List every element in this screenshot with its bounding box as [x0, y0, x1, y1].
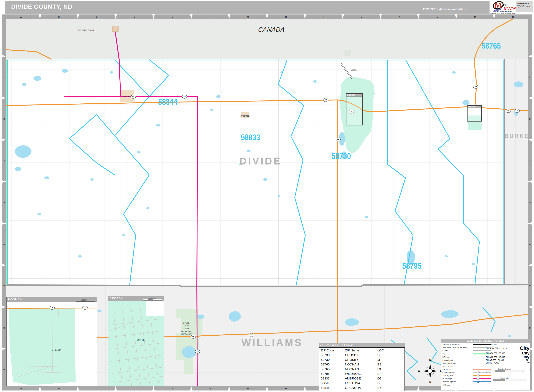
- legend-item: State Highways 123: [441, 374, 530, 377]
- highway-shield: 42: [336, 138, 341, 141]
- port-of-entry: [112, 26, 118, 31]
- highway-shield: 5: [515, 109, 520, 113]
- grid-row-label: 6: [2, 224, 6, 265]
- zip-index-row: 58765 NOONAN B8: [319, 362, 404, 367]
- zip-code-label: 58765: [482, 41, 501, 51]
- zip-code-label: 58844: [158, 97, 177, 107]
- grid-ruler-right: 123456789: [528, 14, 532, 391]
- highway-shield: 50: [249, 333, 254, 337]
- logo-email-label: EMAIL US AT:: [517, 5, 533, 6]
- zip-code-index: ZIP Code Index/Grid Locator ZIP Code ZIP…: [319, 343, 405, 391]
- divide-county-label: DIVIDE: [239, 155, 282, 167]
- grid-column-label: H: [267, 14, 305, 19]
- compass-n: N: [429, 359, 431, 361]
- crosby-airport-label: CROSBYMUNICIPALAIRPORT: [351, 69, 358, 73]
- city-size-row: Cities 50,000 - 99,999 City: [486, 351, 529, 355]
- grid-row-label: 3: [2, 98, 6, 140]
- zip-index-row: 58833 AMBROSE G3: [319, 376, 404, 381]
- noonan-inset-scalebar: Scale in Miles: [76, 298, 95, 302]
- grid-row-label: 9: [2, 349, 6, 391]
- grid-row-label: 1: [528, 14, 532, 56]
- cities-header: Cities and Towns: [486, 344, 529, 345]
- highway-shield: 40: [473, 85, 478, 89]
- noonan-inset-link-box: NOONAN: [467, 105, 482, 121]
- town-dot-icon: [52, 350, 53, 351]
- crosby-inset-title: CROSBY: [110, 297, 123, 300]
- zip-index-row: 58730 CROSBY I3: [319, 357, 404, 362]
- burke-county-label: BURKE: [504, 133, 529, 139]
- grid-column-label: E: [153, 386, 191, 391]
- grid-column-label: F: [191, 14, 229, 19]
- logo-contact-box: CALL US TOLL FREE! 1-888-434-MAPS (6277)…: [516, 1, 533, 12]
- burke-area: [505, 59, 528, 285]
- compass-w: W: [418, 370, 420, 372]
- zip-index-column-row: ZIP Code ZIP Name LOC: [319, 348, 404, 353]
- city-size-row: Cities 25,000 - 49,999 City: [486, 355, 529, 359]
- zip-code-label: 58795: [402, 261, 422, 271]
- city-dot-icon: [523, 357, 524, 357]
- crosby-inset-link-title: CROSBY: [346, 94, 362, 97]
- page-title: DIVIDE COUNTY, ND: [11, 3, 72, 10]
- lake-zahl-refuge-label: LAKEZAHL NATLWILDLIFE REFUGE: [181, 321, 192, 336]
- compass-e: E: [440, 370, 442, 372]
- legend-copyright: © Intelligent Direct, Inc.: [517, 388, 529, 390]
- canada-town-area: [344, 50, 351, 56]
- grid-column-label: G: [229, 14, 267, 19]
- zip-code-label: 58833: [241, 132, 260, 142]
- grid-column-label: B: [40, 386, 78, 391]
- crosby-inset-map: CROSBY Scale in Miles Crosby: [108, 296, 164, 386]
- city-sample: City: [519, 345, 529, 351]
- grid-row-label: 2: [528, 56, 532, 98]
- legend-item: Minor Streets: [441, 365, 530, 368]
- crosby-town-label: Crosby: [137, 339, 145, 341]
- zip-index-row: 58765 NOONAN L3: [319, 367, 404, 371]
- highway-shield: 5: [50, 306, 55, 310]
- grid-column-label: G: [229, 386, 267, 391]
- grid-column-label: H: [267, 386, 305, 391]
- city-sample: City: [523, 355, 529, 359]
- logo-email: mapsales@MarketMAPS.com: [517, 6, 533, 8]
- legend-cities: Cities and Towns Cities 100,000 and Abov…: [486, 344, 529, 364]
- zip-index-row: 58730 CROSBY D8: [319, 353, 404, 357]
- crosby-inset-canvas: [108, 301, 164, 386]
- grid-row-label: 7: [528, 265, 532, 307]
- highway-shield: 40: [83, 306, 88, 310]
- noonan-inset-title: NOONAN: [8, 298, 22, 301]
- noonan-inset-map: NOONAN Scale in Miles 5 40 Noonan: [6, 297, 97, 386]
- city-sample: City: [526, 362, 529, 364]
- col-zip-code: ZIP Code: [319, 349, 345, 352]
- grid-row-label: 4: [2, 140, 6, 182]
- crosby-inset-scalebar: Scale in Miles: [143, 297, 162, 300]
- canada-label: CANADA: [258, 26, 285, 33]
- logo-tagline: On Target. On Time.: [497, 10, 512, 12]
- logo-subline: America's Leading Source of Business Map…: [490, 13, 515, 14]
- grid-column-label: B: [40, 14, 78, 19]
- grid-row-label: 5: [2, 182, 6, 223]
- grid-column-label: J: [343, 14, 381, 19]
- scale-miles: Scale in Miles 024: [482, 377, 527, 382]
- compass-s: S: [429, 381, 431, 383]
- legend-title: 2021 Divide County, ND Map: [441, 339, 530, 343]
- grid-row-label: 5: [528, 182, 532, 223]
- williams-county-label: WILLIAMS: [241, 337, 303, 348]
- city-dot-icon: [525, 360, 525, 360]
- city-size-rows: Cities 100,000 and Above City Cities 50,…: [486, 345, 529, 364]
- grid-column-label: K: [381, 14, 418, 19]
- highway-shield: 85: [131, 95, 136, 99]
- highway-shield: 85: [182, 95, 187, 99]
- grid-column-label: A: [2, 14, 40, 19]
- zip-index-row: 58795 WILDROSE L7: [319, 371, 404, 376]
- logo-call-label: CALL US TOLL FREE!: [517, 1, 533, 3]
- noonan-town-label: Noonan: [52, 349, 61, 351]
- city-dot-icon: [521, 353, 522, 353]
- edition-subtitle: 2021 ZIP Code Premium Edition: [392, 8, 466, 11]
- zip-index-body: ZIP Code ZIP Name LOC 58730 CROSBY D8 58…: [319, 347, 405, 391]
- city-size-row: Cities 5,000 - 24,999 City: [486, 359, 529, 361]
- canada-area: [6, 19, 528, 59]
- marketmaps-logo: M arket MAPS On Target. On Time. America…: [490, 1, 533, 14]
- noonan-inset-header: NOONAN Scale in Miles: [7, 297, 97, 302]
- noonan-inset-canvas: [7, 302, 97, 386]
- col-zip-name: ZIP Name: [345, 349, 377, 352]
- grid-column-label: F: [191, 386, 229, 391]
- grid-row-label: 8: [2, 307, 6, 349]
